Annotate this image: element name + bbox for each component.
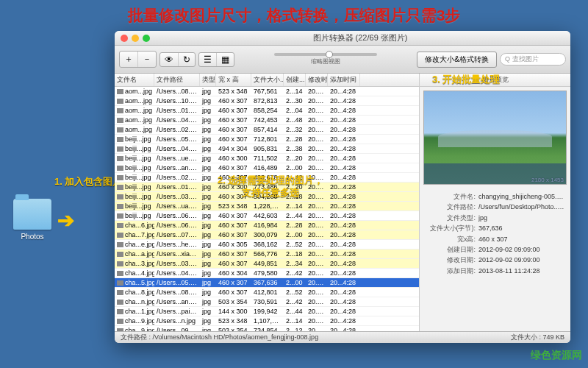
table-cell: 566,776 [251,250,284,258]
file-icon [117,261,123,266]
table-cell: beiji...jpg [115,212,154,219]
table-row[interactable]: aom...jpg/Users...02.jpgjpg460 x 307857,… [115,125,419,135]
file-icon [117,166,123,171]
table-cell: 20...42 [306,269,328,277]
table-cell: 858,254 [251,107,284,114]
resize-convert-button[interactable]: 修改大小&格式转换 [417,52,497,68]
table-cell: jpg [200,269,216,277]
table-cell: jpg [200,317,216,325]
table-cell: 2...52 [284,241,306,248]
table-row[interactable]: beiji...jpg/Users...05.jpgjpg460 x 30771… [115,135,419,144]
table-cell: jpg [200,260,216,267]
table-row[interactable]: cha...a.jpg/Users...xia.jpgjpg460 x 3075… [115,250,419,259]
table-cell: /Users...04.jpg [154,269,200,277]
desktop-folder[interactable]: Photos [13,199,51,241]
grid-view-icon[interactable]: ▦ [217,53,234,66]
add-button[interactable]: ＋ [120,52,138,67]
metadata-row: 修改日期:2012-09-02 09:09:00 [426,255,564,265]
table-row[interactable]: beiji...jpg/Users...an.jpgjpg460 x 30741… [115,163,419,173]
table-cell: /Users...01.jpg [154,183,200,191]
preview-image: 2180 x 1453 [423,91,567,185]
table-cell: jpg [200,289,216,296]
traffic-lights[interactable] [121,35,150,42]
column-header[interactable]: 文件路径 [154,74,200,86]
table-cell: 2...14 [284,88,306,95]
table-row[interactable]: cha...4.jpg/Users...04.jpgjpg460 x 30447… [115,269,419,278]
table-cell: 2...00 [284,164,306,171]
table-row[interactable]: cha...6.jpg/Users...06.jpgjpg460 x 30741… [115,221,419,230]
table-cell: 20...34 [306,260,328,267]
close-icon[interactable] [121,35,128,42]
minimize-icon[interactable] [132,35,139,42]
table-row[interactable]: cha...e.jpg/Users...he.jpgjpg460 x 30536… [115,240,419,250]
metadata-value: 367,636 [478,223,564,233]
table-cell: 460 x 307 [216,97,251,105]
table-row[interactable]: cha...5.jpg/Users...05.jpgjpg460 x 30736… [115,278,419,288]
table-cell: jpg [200,107,216,114]
table-row[interactable]: cha...9.jpg/Users...09.jpgjpg503 x 35473… [115,326,419,331]
column-header[interactable]: 创建... [284,74,306,86]
table-cell: 20...4:28 [328,269,360,277]
column-header[interactable]: 宽 x 高 [216,74,251,86]
table-row[interactable]: cha...7.jpg/Users...07.jpgjpg460 x 30730… [115,230,419,240]
table-row[interactable]: cha...1.jpg/Users...pai.jpgjpg144 x 3001… [115,307,419,316]
page-banner: 批量修改图片尺寸，格式转换，压缩图片只需3步 [0,0,588,28]
table-row[interactable]: aom...jpg/Users...08.jpgjpg523 x 348767,… [115,87,419,96]
search-input[interactable]: Q 查找图片 [500,53,566,66]
table-row[interactable]: cha...3.jpg/Users...03.jpgjpg460 x 30744… [115,259,419,269]
table-header[interactable]: 文件名文件路径类型宽 x 高文件大小...创建...修改时间添加时间 [115,74,419,87]
table-row[interactable]: beiji...jpg/Users...04.jpgjpg494 x 30490… [115,144,419,154]
metadata-row: 文件名:changying_shijicheng-005.jpg [426,191,564,202]
table-row[interactable]: aom...jpg/Users...10.jpgjpg460 x 307872,… [115,96,419,106]
list-view-icon[interactable]: ☰ [199,53,217,66]
column-header[interactable]: 类型 [200,74,216,86]
quicklook-icon[interactable]: 👁 [160,53,179,66]
table-cell: 20...4:28 [328,298,360,305]
table-row[interactable]: cha...9.jpg/Users...n.jpgjpg523 x 3481,1… [115,316,419,326]
table-cell: 2...14 [284,317,306,325]
table-row[interactable]: beiji...jpg/Users...ua.jpgjpg523 x 3481,… [115,202,419,211]
table-cell: 872,813 [251,97,284,105]
table-cell: 503 x 354 [216,298,251,305]
table-cell: 20...4:28 [328,135,360,143]
table-cell: /Users...07.jpg [154,231,200,238]
table-cell: 20...4:28 [328,231,360,238]
table-cell: 2...44 [284,212,306,219]
table-row[interactable]: beiji...jpg/Users...06.jpgjpg460 x 30744… [115,211,419,221]
table-cell: /Users...an.jpg [154,298,200,305]
remove-button[interactable]: － [138,52,156,67]
table-cell: 2...42 [284,269,306,277]
table-cell: beiji...jpg [115,202,154,210]
table-cell: 20...32 [306,126,328,133]
table-cell: 730,591 [251,298,284,305]
table-body[interactable]: aom...jpg/Users...08.jpgjpg523 x 348767,… [115,87,419,331]
column-header[interactable]: 文件名 [115,74,154,86]
table-row[interactable]: aom...jpg/Users...01.jpgjpg460 x 307858,… [115,106,419,116]
rotate-icon[interactable]: ↻ [179,53,195,66]
table-cell: 2...52 [284,289,306,296]
titlebar[interactable]: 图片转换器 (22/69 张图片) [115,31,570,46]
table-cell: aom...jpg [115,88,154,95]
table-row[interactable]: cha...8.jpg/Users...08.jpgjpg460 x 30741… [115,288,419,297]
column-header[interactable]: 修改时间 [306,74,328,86]
file-icon [117,137,123,142]
table-row[interactable]: aom...jpg/Users...04.jpgjpg460 x 307742,… [115,116,419,125]
column-header[interactable]: 文件大小... [251,74,284,86]
column-header[interactable]: 添加时间 [328,74,360,86]
table-cell: 460 x 307 [216,116,251,124]
status-path: 文件路径 : /Volumes/Macintosh HD/Photos/aome… [121,333,318,342]
file-icon [117,108,123,113]
table-cell: 20...4:28 [328,126,360,133]
table-cell: 460 x 307 [216,135,251,143]
table-cell: cha...9.jpg [115,317,154,325]
table-cell: /Users...06.jpg [154,212,200,219]
table-row[interactable]: beiji...jpg/Users...ue.jpgjpg460 x 30071… [115,154,419,163]
folder-icon [13,199,51,230]
slider-label: 缩略图视图 [243,57,408,66]
preview-dimensions: 2180 x 1453 [531,177,564,183]
table-cell: 20...4:28 [328,222,360,229]
table-cell: jpg [200,97,216,105]
thumbnail-size-slider[interactable] [274,53,377,56]
zoom-icon[interactable] [143,35,150,42]
table-row[interactable]: cha...n.jpg/Users...an.jpgjpg503 x 35473… [115,297,419,307]
